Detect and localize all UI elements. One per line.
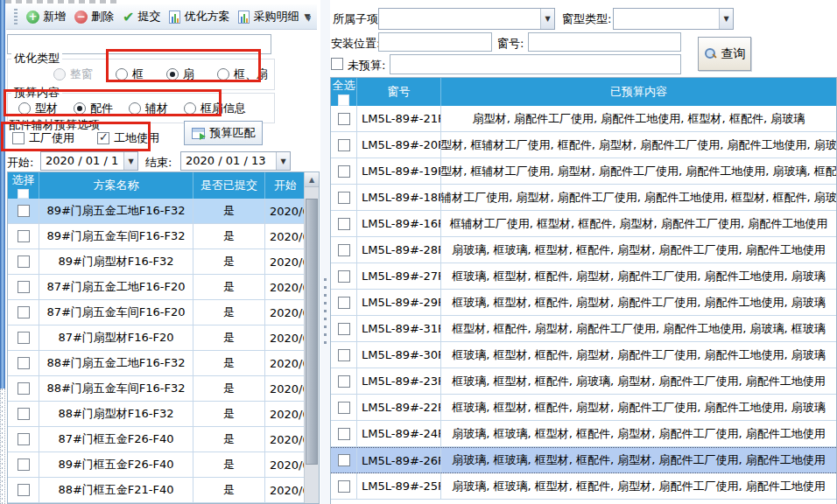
row-checkbox[interactable] xyxy=(338,375,350,388)
plan-table-row[interactable]: 88#门框五金F21-F40是2020/0 xyxy=(8,478,319,503)
row-checkbox[interactable] xyxy=(338,192,350,204)
plan-table-scrollbar[interactable]: ▲ xyxy=(304,172,319,503)
plan-table-row[interactable]: 89#门扇五金工地F16-F32是2020/0 xyxy=(8,199,319,224)
plan-table-row[interactable]: 87#门扇五金车间F16-F20是2020/0 xyxy=(8,300,319,326)
sub-item-select[interactable]: ▼ xyxy=(378,8,555,30)
row-checkbox[interactable] xyxy=(18,281,30,293)
radio-icon[interactable] xyxy=(116,68,128,80)
date-start-picker[interactable]: 2020 / 01 / 1 ▼ xyxy=(40,151,138,171)
unbudget-input[interactable] xyxy=(390,54,681,74)
window-table-row[interactable]: LM5L-89#-27F25框玻璃, 框型材, 框配件, 扇型材, 扇配件工厂使… xyxy=(331,263,836,290)
row-checkbox[interactable] xyxy=(18,484,30,496)
row-checkbox[interactable] xyxy=(338,297,350,309)
window-table-row[interactable]: LM5L-89#-18F16框辅材工厂使用, 扇型材, 扇配件工厂使用, 扇配件… xyxy=(331,185,836,211)
window-table-row[interactable]: LM5L-89#-16F15框辅材工厂使用, 框型材, 框配件, 扇型材, 扇配… xyxy=(331,211,836,237)
radio-option[interactable]: 辅材 xyxy=(129,101,168,116)
radio-icon[interactable] xyxy=(74,102,86,115)
submitted-header[interactable]: 是否已提交 xyxy=(193,172,265,199)
plan-table-row[interactable]: 87#门框五金F26-F40是2020/0 xyxy=(8,427,319,452)
dock-edge-strip[interactable] xyxy=(0,0,5,388)
query-button[interactable]: 查询 xyxy=(698,37,751,71)
window-table-row[interactable]: LM5L-89#-23F21框玻璃, 框型材, 框配件, 扇玻璃, 扇型材, 扇… xyxy=(331,368,836,395)
window-table-row[interactable]: LM5L-89#-25F23扇玻璃, 框玻璃, 框型材, 框配件, 扇型材, 扇… xyxy=(331,473,836,500)
window-table-row[interactable]: LM5L-89#-31F29框型材, 框配件, 扇型材, 扇配件工厂使用, 扇配… xyxy=(331,316,836,342)
usage-checkbox-item[interactable]: 工厂使用 xyxy=(12,130,74,146)
window-table-row[interactable]: LM5L-89#-22F20框玻璃, 框型材, 框配件, 扇型材, 扇配件工厂使… xyxy=(331,395,836,421)
start-date-header[interactable]: 开始 xyxy=(265,172,306,199)
radio-option[interactable]: 框扇信息 xyxy=(184,101,246,116)
row-checkbox[interactable] xyxy=(338,270,350,283)
radio-option[interactable]: 型材 xyxy=(18,101,58,116)
chevron-down-icon[interactable]: ▼ xyxy=(719,9,733,29)
row-checkbox[interactable] xyxy=(18,382,30,395)
radio-option[interactable]: 配件 xyxy=(74,101,113,116)
radio-icon[interactable] xyxy=(184,102,196,115)
scrollbar-thumb[interactable] xyxy=(306,199,318,465)
window-table-row[interactable]: LM5L-89#-24F22扇玻璃, 框玻璃, 框型材, 框配件, 扇型材, 扇… xyxy=(331,421,836,447)
plan-table-row[interactable]: 87#门扇五金工地F16-F20是2020/0 xyxy=(8,275,319,300)
chevron-down-icon[interactable]: ▼ xyxy=(276,152,290,170)
checkbox-icon[interactable] xyxy=(12,132,25,144)
plan-table-row[interactable]: 89#门扇五金车间F16-F32是2020/0 xyxy=(8,224,319,249)
panel-splitter[interactable] xyxy=(320,0,330,504)
install-position-input[interactable] xyxy=(378,32,492,52)
row-checkbox[interactable] xyxy=(338,349,350,361)
row-checkbox[interactable] xyxy=(18,306,30,318)
window-no-header[interactable]: 窗号 xyxy=(357,78,441,106)
plan-table-row[interactable]: 89#门扇型材F16-F32是2020/0 xyxy=(8,249,319,275)
plan-table-row[interactable]: 88#门扇型材F16-F32是2020/0 xyxy=(8,402,319,427)
checkbox-icon[interactable] xyxy=(97,132,109,144)
window-type-select[interactable]: ▼ xyxy=(613,8,734,30)
chevron-down-icon[interactable]: ▼ xyxy=(540,9,554,29)
add-button[interactable]: + 新增 xyxy=(22,6,70,27)
window-table-row[interactable]: LM5L-89#-20F18框型材, 框辅材工厂使用, 框配件, 扇型材, 扇配… xyxy=(331,132,836,158)
window-table-row[interactable]: LM5L-89#-26F24扇玻璃, 框玻璃, 框型材, 框配件, 扇型材, 扇… xyxy=(331,447,836,473)
row-checkbox[interactable] xyxy=(338,402,350,414)
radio-option[interactable]: 扇 xyxy=(166,66,194,82)
check-all-checkbox[interactable] xyxy=(338,94,349,106)
row-checkbox[interactable] xyxy=(18,458,30,471)
dock-edge-grip[interactable] xyxy=(0,388,5,504)
row-checkbox[interactable] xyxy=(338,480,350,493)
row-checkbox[interactable] xyxy=(18,256,30,268)
scroll-up-icon[interactable]: ▲ xyxy=(305,172,319,187)
row-checkbox[interactable] xyxy=(338,244,350,256)
radio-icon[interactable] xyxy=(217,68,229,80)
row-checkbox[interactable] xyxy=(18,433,30,445)
radio-option[interactable]: 框 xyxy=(116,66,144,82)
row-checkbox[interactable] xyxy=(338,218,350,230)
usage-checkbox-item[interactable]: 工地使用 xyxy=(97,130,159,146)
row-checkbox[interactable] xyxy=(338,428,350,440)
window-table-row[interactable]: LM5L-89#-30F28框玻璃, 框型材, 框配件, 扇型材, 扇配件工厂使… xyxy=(331,342,836,368)
plan-table-row[interactable]: 88#门扇五金工地F16-F32是2020/0 xyxy=(8,351,319,376)
radio-icon[interactable] xyxy=(129,102,141,115)
row-checkbox[interactable] xyxy=(18,230,30,242)
row-checkbox[interactable] xyxy=(18,332,30,344)
window-no-input[interactable] xyxy=(528,32,681,52)
row-checkbox[interactable] xyxy=(338,139,350,151)
window-table-row[interactable]: LM5L-89#-28F26扇玻璃, 框玻璃, 框型材, 框配件, 扇型材, 扇… xyxy=(331,237,836,263)
radio-option[interactable]: 框、扇 xyxy=(217,66,268,82)
date-end-picker[interactable]: 2020 / 01 / 13 ▼ xyxy=(180,151,291,171)
budgeted-content-header[interactable]: 已预算内容 xyxy=(441,78,836,106)
toolbar-grip[interactable] xyxy=(14,9,18,24)
row-checkbox[interactable] xyxy=(338,454,350,466)
row-checkbox[interactable] xyxy=(18,408,30,420)
row-checkbox[interactable] xyxy=(338,113,350,125)
plan-name-header[interactable]: 方案名称 xyxy=(39,172,193,199)
row-checkbox[interactable] xyxy=(18,205,30,217)
window-table-row[interactable]: LM5L-89#-21F19扇型材, 扇配件工厂使用, 扇配件工地使用, 框型材… xyxy=(331,106,836,132)
plan-table-row[interactable]: 87#门扇型材F16-F20是2020/0 xyxy=(8,326,319,351)
chevron-down-icon[interactable]: ▼ xyxy=(123,152,137,170)
select-all-checkbox[interactable] xyxy=(18,189,29,199)
radio-icon[interactable] xyxy=(18,102,31,115)
plan-table-row[interactable]: 89#门框五金F26-F40是2020/0 xyxy=(8,452,319,478)
toolbar-overflow-button[interactable]: ▼ xyxy=(303,10,314,27)
window-table-row[interactable]: LM5L-89#-19F17框型材, 框辅材工厂使用, 扇型材, 扇配件工厂使用… xyxy=(331,158,836,185)
plan-table-row[interactable]: 88#门扇五金车间F16-F32是2020/0 xyxy=(8,376,319,402)
unbudget-checkbox[interactable] xyxy=(331,58,343,70)
budget-match-button[interactable]: 预算匹配 xyxy=(184,121,263,145)
row-checkbox[interactable] xyxy=(338,165,350,178)
submit-button[interactable]: ✔ 提交 xyxy=(118,6,165,28)
row-checkbox[interactable] xyxy=(18,357,30,369)
